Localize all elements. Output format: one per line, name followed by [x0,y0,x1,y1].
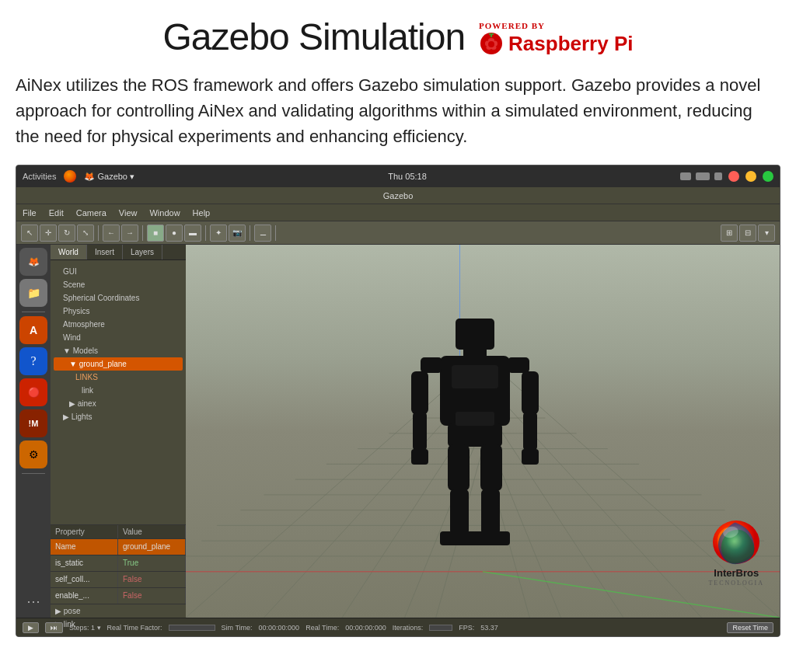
steps-label[interactable]: Steps: 1 ▾ [69,624,101,632]
gazebo-titlebar: Gazebo [16,187,780,204]
toolbar-redo[interactable]: → [121,225,138,242]
prop-row-name[interactable]: Name ground_plane [51,539,186,555]
toolbar-box[interactable]: ■ [147,225,164,242]
toolbar-rotate[interactable]: ↻ [58,225,75,242]
tab-insert[interactable]: Insert [87,245,123,259]
toolbar-view2[interactable]: ⊟ [739,225,756,242]
toolbar-sep-3 [205,225,206,241]
interbros-name: InterBros [714,567,759,580]
svg-rect-49 [480,444,502,491]
sim-time-label: Sim Time: [222,624,253,632]
launcher-apps[interactable]: ⋯ [26,593,40,610]
tree-item-lights[interactable]: ▶ Lights [54,410,183,423]
gazebo-toolbar: ↖ ✛ ↻ ⤡ ← → ■ ● ▬ ✦ 📷 ⚊ ⊞ ⊟ ▾ [16,221,780,245]
launcher-settings[interactable]: ⚙ [19,440,47,468]
menu-view[interactable]: View [119,208,138,218]
ubuntu-topbar: Activities 🦊 Gazebo ▾ Thu 05:18 [16,165,780,187]
menu-help[interactable]: Help [193,208,211,218]
svg-rect-44 [522,449,539,465]
prop-row-selfcoll[interactable]: self_coll... False [51,572,186,588]
topbar-time: Thu 05:18 [388,172,427,181]
gazebo-menu-btn[interactable]: 🦊 Gazebo ▾ [84,172,134,182]
prop-expand-pose[interactable]: ▶ pose [51,604,186,618]
step-button[interactable]: ⏭ [45,622,63,633]
toolbar-sphere[interactable]: ● [166,225,183,242]
svg-rect-40 [411,449,428,465]
launcher-files[interactable]: 📁 [19,279,47,307]
header-row: Gazebo Simulation POWERED BY [16,16,780,58]
prop-name-val: ground_plane [118,539,186,555]
toolbar-view1[interactable]: ⊞ [721,225,738,242]
viewport-area[interactable]: .gl{stroke:#6a7060;stroke-width:0.8;opac… [186,245,780,618]
menu-edit[interactable]: Edit [49,208,64,218]
menu-window[interactable]: Window [149,208,180,218]
prop-selfcoll-key: self_coll... [51,572,118,587]
close-btn[interactable] [728,171,739,182]
topbar-right [680,171,773,182]
toolbar-light[interactable]: ✦ [210,225,227,242]
toolbar-undo[interactable]: ← [103,225,120,242]
prop-selfcoll-val: False [118,572,186,587]
volume-icon [714,172,722,180]
gazebo-window: Activities 🦊 Gazebo ▾ Thu 05:18 Gazebo [16,165,780,637]
launcher-red[interactable]: 🔴 [19,378,47,406]
prop-col-value: Value [118,525,186,538]
toolbar-select[interactable]: ↖ [21,225,38,242]
reset-time-button[interactable]: Reset Time [727,622,773,633]
raspberry-logo-row: Raspberry Pi [479,31,633,56]
tree-item-spherical[interactable]: Spherical Coordinates [54,291,183,305]
tree-item-models[interactable]: ▼ Models [54,344,183,357]
launcher-im[interactable]: !M [19,409,47,437]
tree-item-gui[interactable]: GUI [54,265,183,278]
maximize-btn[interactable] [763,171,773,182]
svg-rect-53 [456,412,494,426]
gazebo-main: 🦊 📁 A ? 🔴 !M ⚙ ⋯ World Insert [16,245,780,618]
svg-rect-45 [448,423,502,447]
robot-silhouette [397,311,553,575]
iterations-label: Iterations: [393,624,424,632]
launcher-help[interactable]: ? [19,347,47,375]
tree-item-atmosphere[interactable]: Atmosphere [54,318,183,331]
menu-camera[interactable]: Camera [76,208,106,218]
tab-layers[interactable]: Layers [123,245,162,259]
minimize-btn[interactable] [745,171,756,182]
prop-header: Property Value [51,525,186,539]
prop-row-enable[interactable]: enable_... False [51,588,186,604]
interbros-logo: InterBros TECNOLOGIA [708,517,764,587]
launcher-divider-2 [22,473,45,474]
tree-item-scene[interactable]: Scene [54,278,183,291]
prop-enable-key: enable_... [51,588,118,604]
tree-item-ground-plane[interactable]: ▼ ground_plane [54,357,183,371]
gazebo-window-title: Gazebo [383,191,414,200]
sim-time-value: 00:00:00:000 [259,624,300,632]
tree-item-ainex[interactable]: ▶ ainex [54,397,183,410]
toolbar-view3[interactable]: ▾ [758,225,775,242]
launcher-a[interactable]: A [19,316,47,344]
play-button[interactable]: ▶ [23,622,39,633]
prop-row-static[interactable]: is_static True [51,555,186,572]
tree-item-physics[interactable]: Physics [54,305,183,318]
rtf-label: Real Time Factor: [107,624,162,632]
raspberry-pi-text: Raspberry Pi [508,32,633,56]
svg-rect-47 [450,489,469,534]
tree-item-links: LINKS [54,371,183,384]
launcher-firefox[interactable]: 🦊 [19,248,47,276]
page-title: Gazebo Simulation [163,16,466,58]
tree-panel: GUI Scene Spherical Coordinates Physics … [51,260,186,524]
activities-label[interactable]: Activities [23,172,56,181]
toolbar-translate[interactable]: ✛ [40,225,57,242]
toolbar-scale[interactable]: ⤡ [77,225,94,242]
prop-static-val: True [118,555,186,571]
tree-item-wind[interactable]: Wind [54,331,183,344]
svg-rect-48 [440,531,477,545]
iterations-bar [429,625,452,631]
tree-item-link[interactable]: link [54,384,183,397]
toolbar-camera[interactable]: 📷 [229,225,246,242]
wifi-icon [680,172,691,180]
toolbar-cylinder[interactable]: ▬ [184,225,201,242]
toolbar-measure[interactable]: ⚊ [254,225,271,242]
prop-static-key: is_static [51,555,118,571]
menu-file[interactable]: File [23,208,37,218]
svg-rect-37 [421,357,442,373]
tab-world[interactable]: World [51,245,87,259]
